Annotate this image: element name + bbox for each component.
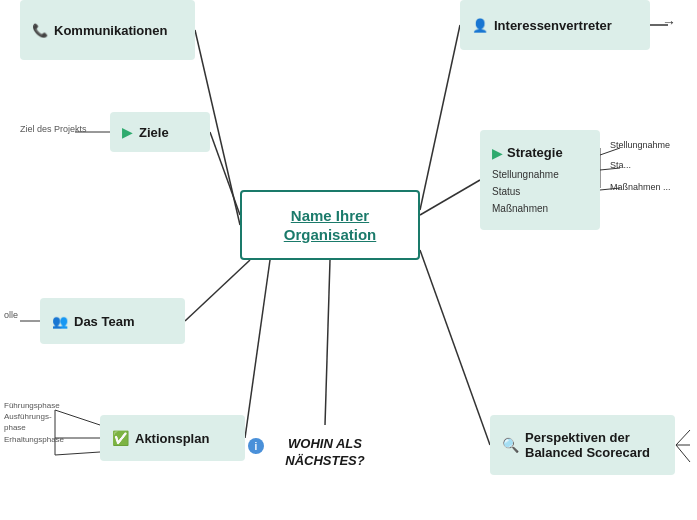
interessenvertreter-node[interactable]: 👤 Interessenvertreter	[460, 0, 650, 50]
perspektiven-node[interactable]: 🔍 Perspektiven derBalanced Scorecard	[490, 415, 675, 475]
wohin-label: WOHIN ALSNÄCHSTES?	[285, 436, 364, 470]
svg-line-3	[420, 180, 480, 215]
svg-line-4	[185, 260, 250, 321]
svg-line-6	[325, 260, 330, 425]
team-people-icon: 👥	[52, 314, 68, 329]
kommunikationen-label: Kommunikationen	[54, 23, 167, 38]
strategie-label: Strategie	[507, 145, 563, 160]
rolle-small-label: olle	[4, 310, 18, 320]
status-right-label: Sta...	[610, 160, 631, 170]
wohin-node[interactable]: WOHIN ALSNÄCHSTES?	[260, 425, 390, 480]
center-node[interactable]: Name IhrerOrganisation	[240, 190, 420, 260]
strategie-arrow-icon: ▶	[492, 145, 503, 161]
das-team-label: Das Team	[74, 314, 134, 329]
ziel-small-label: Ziel des Projekts	[20, 124, 87, 134]
ziele-arrow-icon: ▶	[122, 124, 133, 140]
kommunikationen-node[interactable]: 📞 Kommunikationen	[20, 0, 195, 60]
iv-right-arrow: →	[662, 14, 676, 30]
strategie-node[interactable]: ▶ Strategie Stellungnahme Status Maßnahm…	[480, 130, 600, 230]
svg-line-2	[210, 132, 240, 215]
perspektiven-label: Perspektiven derBalanced Scorecard	[525, 430, 650, 460]
person-icon: 👤	[472, 18, 488, 33]
organization-name-label: Name IhrerOrganisation	[284, 206, 377, 245]
das-team-node[interactable]: 👥 Das Team	[40, 298, 185, 344]
aktionsplan-label: Aktionsplan	[135, 431, 209, 446]
interessenvertreter-label: Interessenvertreter	[494, 18, 612, 33]
svg-line-15	[676, 445, 690, 462]
strategie-sub-status: Status	[492, 184, 588, 199]
ziele-node[interactable]: ▶ Ziele	[110, 112, 210, 152]
strategie-sub-stellungnahme: Stellungnahme	[492, 167, 588, 182]
phase-labels: FührungsphaseAusführungs-phaseErhaltungs…	[4, 400, 64, 445]
svg-line-20	[55, 452, 100, 455]
svg-line-7	[420, 250, 490, 445]
aktionsplan-node[interactable]: ✅ Aktionsplan	[100, 415, 245, 461]
phone-icon: 📞	[32, 23, 48, 38]
svg-line-1	[420, 25, 460, 210]
mind-map-canvas: 📞 Kommunikationen 👤 Interessenvertreter …	[0, 0, 697, 520]
aktionsplan-check-icon: ✅	[112, 430, 129, 446]
perspektiven-search-icon: 🔍	[502, 437, 519, 453]
svg-line-13	[676, 430, 690, 445]
stellungnahme-right-label: Stellungnahme	[610, 140, 670, 150]
strategie-header: ▶ Strategie	[492, 145, 588, 161]
strategie-sub-massnahmen: Maßnahmen	[492, 201, 588, 216]
strategie-inner: ▶ Strategie Stellungnahme Status Maßnahm…	[492, 145, 588, 216]
svg-line-5	[245, 260, 270, 438]
ziele-label: Ziele	[139, 125, 169, 140]
massnahmen-right-label: Maßnahmen ...	[610, 182, 671, 192]
